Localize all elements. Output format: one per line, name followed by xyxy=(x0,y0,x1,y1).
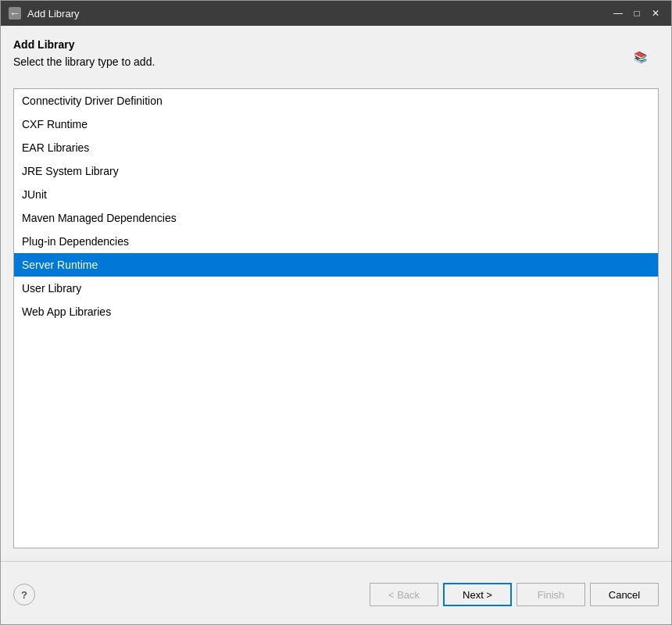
next-button[interactable]: Next > xyxy=(443,583,512,606)
list-item[interactable]: Web App Libraries xyxy=(14,300,658,323)
close-button[interactable]: ✕ xyxy=(648,5,663,21)
header-title: Add Library xyxy=(13,38,155,51)
maximize-button[interactable]: □ xyxy=(629,5,645,21)
list-item[interactable]: Server Runtime xyxy=(14,253,658,277)
finish-button[interactable]: Finish xyxy=(517,583,585,606)
header-section: Add Library Select the library type to a… xyxy=(13,38,659,76)
list-item[interactable]: User Library xyxy=(14,277,658,300)
list-item[interactable]: JUnit xyxy=(14,183,658,206)
footer-section: ? < Back Next > Finish Cancel xyxy=(13,571,659,612)
title-bar: ← Add Library — □ ✕ xyxy=(1,1,671,26)
content-area: Add Library Select the library type to a… xyxy=(1,26,671,624)
minimize-button[interactable]: — xyxy=(610,5,626,21)
header-subtitle: Select the library type to add. xyxy=(13,55,155,68)
title-bar-title: Add Library xyxy=(27,8,79,20)
window: ← Add Library — □ ✕ Add Library Select t… xyxy=(0,0,672,625)
library-list[interactable]: Connectivity Driver DefinitionCXF Runtim… xyxy=(13,88,659,548)
header-text: Add Library Select the library type to a… xyxy=(13,38,155,68)
list-item[interactable]: EAR Libraries xyxy=(14,136,658,159)
title-bar-left: ← Add Library xyxy=(9,7,79,20)
list-item[interactable]: Connectivity Driver Definition xyxy=(14,89,658,112)
back-button[interactable]: < Back xyxy=(370,583,438,606)
list-item[interactable]: Maven Managed Dependencies xyxy=(14,206,658,230)
separator xyxy=(1,561,671,562)
window-icon: ← xyxy=(9,7,21,20)
list-item[interactable]: JRE System Library xyxy=(14,159,658,183)
footer-left: ? xyxy=(13,584,35,605)
list-item[interactable]: CXF Runtime xyxy=(14,112,658,136)
list-item[interactable]: Plug-in Dependencies xyxy=(14,230,658,253)
title-bar-controls: — □ ✕ xyxy=(610,5,663,21)
cancel-button[interactable]: Cancel xyxy=(590,583,659,606)
footer-right: < Back Next > Finish Cancel xyxy=(370,583,659,606)
library-icon: 📚 xyxy=(621,38,659,76)
help-button[interactable]: ? xyxy=(13,584,35,605)
